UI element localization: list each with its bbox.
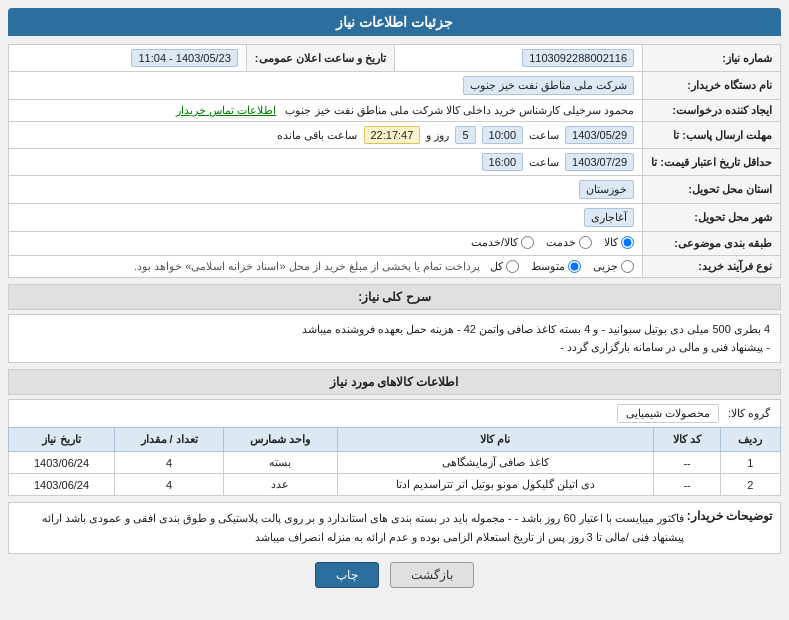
city-box: آغاجاری — [584, 208, 634, 227]
city-label: شهر محل تحویل: — [643, 204, 781, 232]
response-remaining-label: ساعت باقی مانده — [277, 129, 357, 142]
goods-group-row: گروه کالا: محصولات شیمیایی — [8, 399, 781, 427]
category-option-service[interactable]: خدمت — [546, 236, 592, 249]
province-label: استان محل تحویل: — [643, 176, 781, 204]
goods-section-title: اطلاعات کالاهای مورد نیاز — [8, 369, 781, 395]
validity-label: حداقل تاریخ اعتبار قیمت: تا — [643, 149, 781, 176]
goods-group-value: محصولات شیمیایی — [617, 404, 719, 423]
col-row: ردیف — [720, 428, 780, 452]
goods-table: ردیف کد کالا نام کالا واحد شمارس تعداد /… — [8, 427, 781, 496]
category-label: طبقه بندی موضوعی: — [643, 232, 781, 256]
table-row: 1--کاغذ صافی آزمایشگاهیبسته41403/06/24 — [9, 452, 781, 474]
response-deadline-label: مهلت ارسال پاسب: تا — [643, 122, 781, 149]
order-number-value: 1103092288002116 — [394, 45, 642, 72]
col-name: نام کالا — [337, 428, 654, 452]
purchase-note: پرداخت تمام یا بخشی از مبلغ خرید از محل … — [134, 260, 480, 273]
response-days-box: 5 — [455, 126, 475, 144]
col-date: تاریخ نیاز — [9, 428, 115, 452]
date-box: 1403/05/23 - 11:04 — [131, 49, 237, 67]
purchase-option-partial[interactable]: جزیی — [593, 260, 634, 273]
narration-text2: - پیشنهاد فنی و مالی در سامانه بارگزاری … — [19, 339, 770, 357]
date-value: 1403/05/23 - 11:04 — [9, 45, 247, 72]
narration-box: 4 بطری 500 میلی دی بوتیل سبوانید - و 4 ب… — [8, 314, 781, 363]
category-option-both[interactable]: کالا/خدمت — [471, 236, 534, 249]
validity-time-label: ساعت — [529, 156, 559, 169]
purchase-option-full[interactable]: کل — [490, 260, 519, 273]
category-options: کالا خدمت کالا/خدمت — [9, 232, 643, 256]
purchase-option-medium[interactable]: متوسط — [531, 260, 581, 273]
category-option-goods[interactable]: کالا — [604, 236, 634, 249]
buyer-name-value: شرکت ملی مناطق نفت خیز جنوب — [9, 72, 643, 100]
response-days-label: روز و — [426, 129, 449, 142]
print-button[interactable]: چاپ — [315, 562, 379, 588]
response-deadline-value: 1403/05/29 ساعت 10:00 5 روز و 22:17:47 س… — [9, 122, 643, 149]
table-row: 2--دی اتیلن گلیکول مونو بوتیل اتر تتراسد… — [9, 474, 781, 496]
buyer-name-box: شرکت ملی مناطق نفت خیز جنوب — [463, 76, 634, 95]
response-time-label: ساعت — [529, 129, 559, 142]
date-label: تاریخ و ساعت اعلان عمومی: — [246, 45, 394, 72]
col-unit: واحد شمارس — [224, 428, 337, 452]
validity-time-box: 16:00 — [482, 153, 524, 171]
creator-text: محمود سرخیلی کارشناس خرید داخلی کالا شرک… — [285, 104, 634, 116]
creator-contact-link[interactable]: اطلاعات تماس خریدار — [176, 104, 276, 116]
response-remaining-box: 22:17:47 — [364, 126, 421, 144]
button-row: بازگشت چاپ — [8, 562, 781, 588]
buyer-notes-text: فاکتور میبایست با اعتبار 60 روز باشد - -… — [17, 509, 684, 546]
creator-value: محمود سرخیلی کارشناس خرید داخلی کالا شرک… — [9, 100, 643, 122]
page-title: جزئیات اطلاعات نیاز — [8, 8, 781, 36]
narration-section-title: سرح کلی نیاز: — [8, 284, 781, 310]
goods-group-label: گروه کالا: — [728, 407, 770, 419]
validity-value: 1403/07/29 ساعت 16:00 — [9, 149, 643, 176]
response-date-box: 1403/05/29 — [565, 126, 634, 144]
col-qty: تعداد / مقدار — [115, 428, 224, 452]
province-box: خوزستان — [579, 180, 634, 199]
creator-label: ایجاد کننده درخواست: — [643, 100, 781, 122]
buyer-name-label: نام دستگاه خریدار: — [643, 72, 781, 100]
order-number-box: 1103092288002116 — [522, 49, 634, 67]
city-value: آغاجاری — [9, 204, 643, 232]
order-number-label: شماره نیاز: — [643, 45, 781, 72]
narration-text1: 4 بطری 500 میلی دی بوتیل سبوانید - و 4 ب… — [19, 321, 770, 339]
validity-date-box: 1403/07/29 — [565, 153, 634, 171]
info-table: شماره نیاز: 1103092288002116 تاریخ و ساع… — [8, 44, 781, 278]
back-button[interactable]: بازگشت — [390, 562, 474, 588]
purchase-options: جزیی متوسط کل پرداخت تمام یا بخشی از مبل… — [9, 256, 643, 278]
province-value: خوزستان — [9, 176, 643, 204]
response-time-box: 10:00 — [482, 126, 524, 144]
purchase-type-label: نوع فرآیند خرید: — [643, 256, 781, 278]
col-code: کد کالا — [654, 428, 720, 452]
buyer-notes-container: توضیحات خریدار: فاکتور میبایست با اعتبار… — [8, 502, 781, 553]
buyer-notes-label: توضیحات خریدار: — [692, 509, 772, 523]
